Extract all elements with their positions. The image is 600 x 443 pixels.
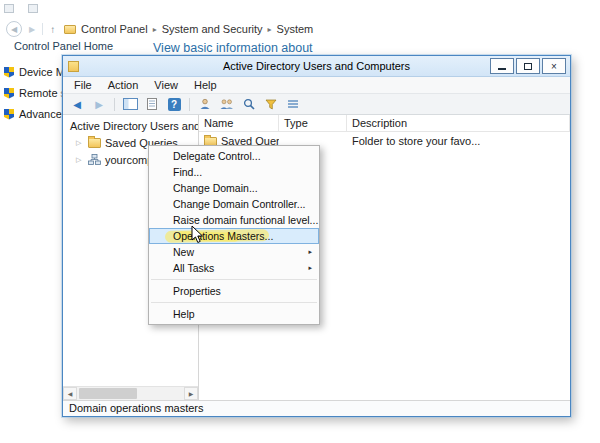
- page-title: View basic information about: [153, 41, 313, 55]
- cell-description: Folder to store your favo...: [347, 135, 570, 147]
- advanced-list-button[interactable]: [284, 96, 302, 113]
- menu-item-new[interactable]: New ▸: [149, 244, 319, 260]
- menu-help[interactable]: Help: [186, 78, 225, 92]
- menu-item-label: Operations Masters...: [173, 230, 273, 242]
- close-button[interactable]: ×: [542, 58, 566, 74]
- breadcrumb-item-system-and-security[interactable]: System and Security: [162, 23, 263, 35]
- app-icon: [4, 4, 14, 13]
- toolbar-separator: [114, 98, 115, 111]
- new-group-icon: [220, 98, 234, 110]
- filter-icon: [265, 99, 277, 110]
- status-text: Domain operations masters: [69, 402, 204, 414]
- back-icon[interactable]: ◀: [6, 21, 22, 37]
- expander-icon[interactable]: ▷: [76, 156, 84, 164]
- menu-item-raise-domain-functional-level[interactable]: Raise domain functional level...: [149, 212, 319, 228]
- menu-item-label: Delegate Control...: [173, 150, 261, 162]
- menu-item-label: Change Domain...: [173, 182, 258, 194]
- minimize-button[interactable]: [490, 58, 514, 74]
- up-icon[interactable]: ↑: [50, 24, 55, 35]
- breadcrumb: Control Panel ▸ System and Security ▸ Sy…: [64, 23, 313, 35]
- submenu-arrow-icon: ▸: [308, 264, 312, 272]
- menu-item-label: Properties: [173, 285, 221, 297]
- titlebar[interactable]: Active Directory Users and Computers ×: [63, 56, 570, 77]
- menu-item-properties[interactable]: Properties: [149, 283, 319, 299]
- console-tree-icon: [123, 98, 138, 110]
- breadcrumb-item-control-panel[interactable]: Control Panel: [81, 23, 148, 35]
- breadcrumb-item-system[interactable]: System: [277, 23, 314, 35]
- column-header-description[interactable]: Description: [347, 115, 570, 131]
- divider: [42, 23, 43, 35]
- chevron-right-icon: ▸: [268, 25, 272, 34]
- find-button[interactable]: [240, 96, 258, 113]
- maximize-button[interactable]: [516, 58, 540, 74]
- explorer-nav: ◀ ▶ ↑: [6, 21, 55, 37]
- minimize-icon: [498, 68, 506, 70]
- maximize-icon: [524, 63, 532, 70]
- menu-item-label: Help: [173, 308, 195, 320]
- new-group-button[interactable]: [218, 96, 236, 113]
- chevron-right-icon: ▸: [153, 25, 157, 34]
- uac-shield-icon: [4, 109, 14, 120]
- show-console-tree-button[interactable]: [121, 96, 139, 113]
- menu-item-help[interactable]: Help: [149, 306, 319, 322]
- new-user-icon: [199, 98, 211, 110]
- new-user-button[interactable]: [196, 96, 214, 113]
- forward-button[interactable]: ▶: [90, 96, 108, 113]
- back-button[interactable]: ◀: [68, 96, 86, 113]
- menu-action[interactable]: Action: [100, 78, 147, 92]
- menu-item-delegate-control[interactable]: Delegate Control...: [149, 148, 319, 164]
- menu-item-change-domain[interactable]: Change Domain...: [149, 180, 319, 196]
- menu-item-label: Find...: [173, 166, 202, 178]
- uac-shield-icon: [4, 88, 14, 99]
- folder-icon: [64, 25, 76, 34]
- background-app-icons: [4, 4, 38, 13]
- column-header-name[interactable]: Name: [199, 115, 279, 131]
- status-bar: Domain operations masters: [63, 400, 570, 416]
- tree-item-label: Active Directory Users and Computers: [70, 120, 198, 132]
- app-icon: [28, 4, 38, 13]
- forward-icon[interactable]: ▶: [29, 25, 35, 34]
- expander-icon[interactable]: ▷: [76, 139, 84, 147]
- filter-button[interactable]: [262, 96, 280, 113]
- uac-shield-icon: [4, 67, 14, 78]
- help-button[interactable]: ?: [165, 96, 183, 113]
- caption-buttons: ×: [490, 58, 566, 74]
- mouse-cursor-icon: [191, 225, 204, 244]
- tree-item-root[interactable]: Active Directory Users and Computers: [63, 117, 198, 134]
- menu-item-all-tasks[interactable]: All Tasks ▸: [149, 260, 319, 276]
- column-headers: Name Type Description: [199, 115, 570, 132]
- help-icon: ?: [168, 98, 181, 111]
- menu-view[interactable]: View: [146, 78, 186, 92]
- menu-item-change-domain-controller[interactable]: Change Domain Controller...: [149, 196, 319, 212]
- scroll-right-icon[interactable]: ▶: [184, 387, 198, 400]
- find-icon: [243, 98, 255, 110]
- document-icon: [147, 98, 157, 110]
- context-menu: Delegate Control... Find... Change Domai…: [148, 145, 320, 325]
- folder-icon: [88, 138, 101, 148]
- list-icon: [287, 99, 299, 109]
- desktop: ◀ ▶ ↑ Control Panel ▸ System and Securit…: [0, 0, 600, 443]
- menu-bar: File Action View Help: [63, 77, 570, 94]
- scroll-left-icon[interactable]: ◀: [63, 387, 77, 400]
- menu-separator: [151, 302, 317, 303]
- menu-item-operations-masters[interactable]: Operations Masters...: [149, 228, 319, 244]
- menu-item-label: All Tasks: [173, 262, 214, 274]
- submenu-arrow-icon: ▸: [308, 248, 312, 256]
- toolbar: ◀ ▶ ?: [63, 94, 570, 115]
- column-header-type[interactable]: Type: [279, 115, 347, 131]
- domain-icon: [88, 154, 101, 165]
- menu-item-label: New: [173, 246, 194, 258]
- horizontal-scrollbar[interactable]: ◀ ▶: [63, 386, 198, 400]
- control-panel-home-link[interactable]: Control Panel Home: [14, 40, 113, 52]
- menu-item-label: Change Domain Controller...: [173, 198, 306, 210]
- menu-item-find[interactable]: Find...: [149, 164, 319, 180]
- menu-separator: [151, 279, 317, 280]
- export-list-button[interactable]: [143, 96, 161, 113]
- toolbar-separator: [189, 98, 190, 111]
- menu-file[interactable]: File: [66, 78, 100, 92]
- scrollbar-thumb[interactable]: [79, 388, 137, 399]
